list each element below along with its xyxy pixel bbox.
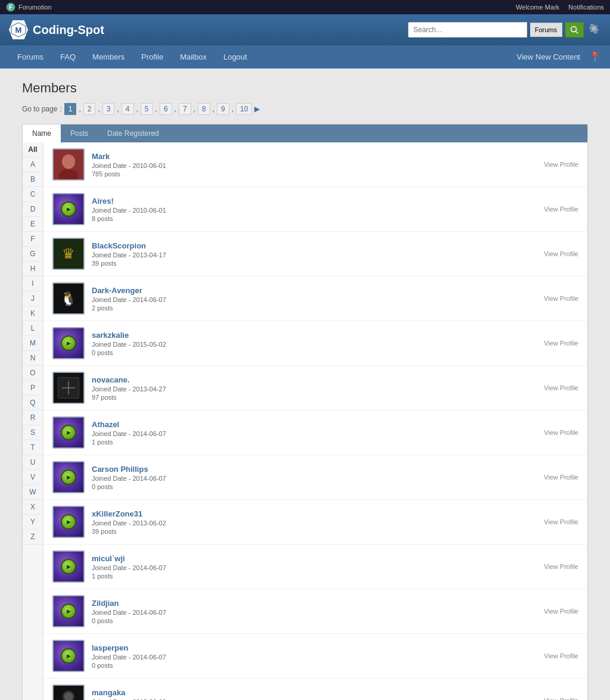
default-avatar-circle [61, 603, 76, 619]
view-profile-link[interactable]: View Profile [544, 563, 578, 570]
search-go-button[interactable] [565, 22, 584, 38]
member-avatar [52, 416, 85, 449]
alpha-b[interactable]: B [23, 172, 43, 187]
member-name[interactable]: novacane. [92, 375, 544, 384]
alpha-w[interactable]: W [23, 485, 43, 500]
view-profile-link[interactable]: View Profile [544, 474, 578, 481]
nav-mailbox[interactable]: Mailbox [172, 45, 215, 69]
member-name[interactable]: micul`wji [92, 554, 544, 563]
list-item: Aires! Joined Date - 2010-06-01 8 posts … [43, 187, 587, 232]
page-2[interactable]: 2 [83, 103, 96, 115]
alpha-o[interactable]: O [23, 366, 43, 381]
svg-point-7 [62, 154, 75, 169]
page-3[interactable]: 3 [102, 103, 115, 115]
svg-point-4 [571, 27, 577, 32]
page-8[interactable]: 8 [198, 103, 210, 115]
alpha-m[interactable]: M [23, 336, 43, 351]
alpha-l[interactable]: L [23, 321, 43, 336]
alpha-x[interactable]: X [23, 500, 43, 515]
member-name[interactable]: Carson Phillips [92, 465, 544, 474]
next-page-arrow[interactable]: ▶ [254, 105, 260, 113]
nav-forums[interactable]: Forums [9, 45, 52, 69]
alpha-d[interactable]: D [23, 202, 43, 217]
alpha-q[interactable]: Q [23, 396, 43, 410]
members-panel: Name Posts Date Registered All A B C D E… [22, 124, 588, 700]
alpha-h[interactable]: H [23, 262, 43, 276]
page-1[interactable]: 1 [64, 103, 77, 115]
member-name[interactable]: mangaka [92, 688, 544, 697]
alpha-c[interactable]: C [23, 187, 43, 202]
alpha-u[interactable]: U [23, 455, 43, 470]
member-avatar [52, 193, 85, 225]
search-input[interactable] [408, 22, 527, 38]
member-posts: 1 posts [92, 573, 544, 580]
view-profile-link[interactable]: View Profile [544, 206, 578, 213]
member-name[interactable]: BlackScorpion [92, 241, 544, 250]
alpha-z[interactable]: Z [23, 530, 43, 545]
view-profile-link[interactable]: View Profile [544, 697, 578, 700]
page-4[interactable]: 4 [122, 103, 134, 115]
member-name[interactable]: Zildjian [92, 599, 544, 608]
alpha-t[interactable]: T [23, 440, 43, 455]
alpha-n[interactable]: N [23, 351, 43, 366]
page-9[interactable]: 9 [217, 103, 229, 115]
svg-text:🐧: 🐧 [60, 291, 77, 307]
page-title: Members [22, 80, 588, 96]
nav-logout[interactable]: Logout [215, 45, 256, 69]
member-joined: Joined Date - 2013-04-17 [92, 251, 544, 259]
member-info: Dark-Avenger Joined Date - 2014-06-07 2 … [92, 286, 544, 312]
view-profile-link[interactable]: View Profile [544, 652, 578, 659]
member-name[interactable]: sarkzkalie [92, 331, 544, 340]
notifications-link[interactable]: Notifications [568, 4, 604, 11]
member-name[interactable]: Mark [92, 152, 544, 161]
list-item: sarkzkalie Joined Date - 2015-05-02 0 po… [43, 321, 587, 366]
member-joined: Joined Date - 2013-06-02 [92, 519, 544, 527]
alpha-e[interactable]: E [23, 217, 43, 232]
alpha-k[interactable]: K [23, 306, 43, 321]
pin-icon[interactable]: 📍 [589, 51, 601, 63]
tab-name[interactable]: Name [23, 125, 61, 142]
search-forums-button[interactable]: Forums [530, 23, 562, 37]
alpha-f[interactable]: F [23, 232, 43, 247]
alpha-r[interactable]: R [23, 410, 43, 425]
member-name[interactable]: lasperpen [92, 643, 544, 652]
alpha-s[interactable]: S [23, 425, 43, 440]
alpha-v[interactable]: V [23, 470, 43, 485]
view-profile-link[interactable]: View Profile [544, 340, 578, 347]
view-profile-link[interactable]: View Profile [544, 295, 578, 302]
header: M Coding-Spot Forums [0, 14, 610, 45]
tab-posts[interactable]: Posts [61, 125, 98, 142]
alpha-y[interactable]: Y [23, 515, 43, 530]
member-joined: Joined Date - 2014-06-07 [92, 609, 544, 616]
member-name[interactable]: Athazel [92, 420, 544, 429]
alpha-a[interactable]: A [23, 157, 43, 172]
view-new-content[interactable]: View New Content [516, 52, 580, 61]
page-10[interactable]: 10 [236, 103, 252, 115]
view-profile-link[interactable]: View Profile [544, 608, 578, 615]
alpha-p[interactable]: P [23, 381, 43, 396]
page-7[interactable]: 7 [179, 103, 191, 115]
page-6[interactable]: 6 [160, 103, 172, 115]
view-profile-link[interactable]: View Profile [544, 250, 578, 257]
nav-members[interactable]: Members [84, 45, 133, 69]
member-info: micul`wji Joined Date - 2014-06-07 1 pos… [92, 554, 544, 580]
view-profile-link[interactable]: View Profile [544, 518, 578, 525]
alpha-g[interactable]: G [23, 247, 43, 262]
member-name[interactable]: Dark-Avenger [92, 286, 544, 295]
alpha-j[interactable]: J [23, 291, 43, 306]
tab-date-registered[interactable]: Date Registered [98, 125, 169, 142]
member-name[interactable]: Aires! [92, 197, 544, 206]
settings-button[interactable] [587, 21, 601, 38]
alpha-all[interactable]: All [23, 142, 43, 157]
view-profile-link[interactable]: View Profile [544, 384, 578, 391]
alpha-i[interactable]: I [23, 276, 43, 291]
member-joined: Joined Date - 2014-06-07 [92, 430, 544, 437]
view-profile-link[interactable]: View Profile [544, 429, 578, 436]
member-joined: Joined Date - 2013-04-27 [92, 385, 544, 393]
page-5[interactable]: 5 [141, 103, 153, 115]
view-profile-link[interactable]: View Profile [544, 161, 578, 168]
member-info: sarkzkalie Joined Date - 2015-05-02 0 po… [92, 331, 544, 356]
nav-faq[interactable]: FAQ [52, 45, 84, 69]
nav-profile[interactable]: Profile [133, 45, 172, 69]
member-name[interactable]: xKillerZone31 [92, 509, 544, 518]
